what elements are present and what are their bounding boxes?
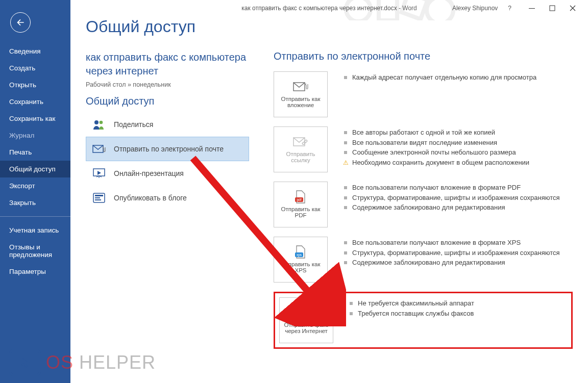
- tile-label: Отправить как вложение: [277, 96, 324, 108]
- tile-send-xps[interactable]: xps Отправить как XPS: [274, 237, 328, 283]
- fax-icon: [299, 307, 314, 319]
- svg-text:pdf: pdf: [297, 198, 301, 202]
- nav-export[interactable]: Экспорт: [0, 177, 70, 194]
- watermark-text: OS HELPER: [46, 352, 156, 373]
- backstage-sidebar: Сведения Создать Открыть Сохранить Сохра…: [0, 0, 70, 383]
- people-icon: [92, 118, 106, 131]
- nav-account[interactable]: Учетная запись: [0, 222, 70, 239]
- share-item-email[interactable]: Отправить по электронной почте: [86, 137, 249, 161]
- bullet: Не требуется факсимильный аппарат: [349, 298, 474, 309]
- bullet: Все пользователи получают вложение в фор…: [343, 183, 560, 193]
- presentation-icon: [92, 167, 106, 180]
- watermark-cursor-icon: [9, 349, 41, 376]
- right-heading: Отправить по электронной почте: [274, 50, 573, 62]
- tile-send-attachment[interactable]: Отправить как вложение: [274, 71, 328, 117]
- bullet: Все авторы работают с одной и той же коп…: [343, 127, 529, 138]
- bullet: Содержимое заблокировано для редактирова…: [343, 258, 560, 268]
- option-xps: xps Отправить как XPS Все пользователи п…: [274, 237, 573, 283]
- bullet: Все пользователи видят последние изменен…: [343, 138, 529, 148]
- nav-feedback[interactable]: Отзывы и предложения: [0, 239, 70, 263]
- breadcrumb: Рабочий стол » понедельник: [86, 81, 249, 88]
- right-column: Отправить по электронной почте Отправить…: [274, 50, 573, 358]
- nav-saveas[interactable]: Сохранить как: [0, 110, 70, 127]
- content: Общий доступ как отправить факс с компью…: [70, 0, 588, 383]
- svg-point-25: [310, 312, 311, 313]
- bullet: Содержимое заблокировано для редактирова…: [343, 202, 560, 213]
- arrow-left-icon: [15, 17, 26, 28]
- tile-label: Отправить ссылку: [277, 151, 324, 163]
- nav-open[interactable]: Открыть: [0, 76, 70, 93]
- share-list: Поделиться Отправить по электронной почт…: [86, 112, 249, 210]
- svg-rect-11: [95, 195, 103, 196]
- share-item-label: Онлайн-презентация: [114, 169, 184, 177]
- share-item-share[interactable]: Поделиться: [86, 112, 249, 137]
- option-attachment: Отправить как вложение Каждый адресат по…: [274, 71, 573, 117]
- nav-share[interactable]: Общий доступ: [0, 161, 70, 177]
- pdf-icon: pdf: [293, 191, 308, 203]
- bullet: Структура, форматирование, шрифты и изоб…: [343, 193, 560, 203]
- svg-point-7: [100, 121, 103, 124]
- envelope-link-icon: [293, 136, 308, 148]
- svg-rect-24: [303, 314, 309, 318]
- xps-icon: xps: [293, 246, 308, 258]
- nav-save[interactable]: Сохранить: [0, 93, 70, 110]
- svg-text:xps: xps: [297, 253, 302, 257]
- tile-send-fax[interactable]: Отправить факс через Интернет: [279, 297, 333, 343]
- nav-separator: [0, 216, 70, 217]
- bullet: Требуется поставщик службы факсов: [349, 309, 474, 319]
- tile-label: Отправить как XPS: [277, 261, 324, 273]
- nav-new[interactable]: Создать: [0, 60, 70, 76]
- tile-send-link: Отправить ссылку: [274, 126, 328, 172]
- option-bullets: Все пользователи получают вложение в фор…: [343, 182, 560, 213]
- option-fax: Отправить факс через Интернет Не требует…: [274, 292, 573, 349]
- share-item-label: Опубликовать в блоге: [114, 194, 187, 202]
- nav-history[interactable]: Журнал: [0, 127, 70, 144]
- nav-print[interactable]: Печать: [0, 144, 70, 161]
- svg-rect-13: [95, 199, 101, 200]
- tile-label: Отправить факс через Интернет: [283, 322, 330, 334]
- page-title: Общий доступ: [86, 17, 573, 36]
- share-item-label: Отправить по электронной почте: [114, 145, 224, 153]
- option-bullets: Все авторы работают с одной и той же коп…: [343, 126, 529, 167]
- back-button[interactable]: [10, 12, 31, 33]
- share-item-blog[interactable]: Опубликовать в блоге: [86, 186, 249, 210]
- nav-options[interactable]: Параметры: [0, 263, 70, 280]
- option-bullets: Все пользователи получают вложение в фор…: [343, 237, 560, 268]
- bullet: Сообщение электронной почты небольшого р…: [343, 147, 529, 158]
- bullet: Каждый адресат получает отдельную копию …: [343, 72, 536, 83]
- bullet-warning: Необходимо сохранить документ в общем ра…: [343, 158, 529, 168]
- tile-send-pdf[interactable]: pdf Отправить как PDF: [274, 182, 328, 227]
- share-item-present[interactable]: Онлайн-презентация: [86, 161, 249, 186]
- share-item-label: Поделиться: [114, 120, 153, 129]
- document-title: как отправить факс с компьютера через ин…: [86, 50, 249, 78]
- svg-rect-22: [303, 307, 310, 310]
- nav-close[interactable]: Закрыть: [0, 194, 70, 211]
- nav-main: Сведения Создать Открыть Сохранить Сохра…: [0, 43, 70, 280]
- bullet: Структура, форматирование, шрифты и изоб…: [343, 248, 560, 258]
- svg-point-6: [94, 120, 99, 124]
- envelope-attach-icon: [293, 81, 308, 93]
- option-bullets: Не требуется факсимильный аппарат Требуе…: [349, 297, 474, 318]
- left-section-heading: Общий доступ: [86, 95, 249, 107]
- option-pdf: pdf Отправить как PDF Все пользователи п…: [274, 182, 573, 227]
- blog-icon: [92, 191, 106, 205]
- option-link: Отправить ссылку Все авторы работают с о…: [274, 126, 573, 172]
- left-column: как отправить факс с компьютера через ин…: [86, 50, 249, 358]
- nav-info[interactable]: Сведения: [0, 43, 70, 60]
- tile-label: Отправить как PDF: [277, 206, 324, 218]
- svg-rect-12: [95, 197, 100, 198]
- bullet: Все пользователи получают вложение в фор…: [343, 238, 560, 248]
- envelope-attach-icon: [92, 142, 106, 156]
- watermark: OS HELPER: [9, 349, 156, 376]
- option-bullets: Каждый адресат получает отдельную копию …: [343, 71, 536, 83]
